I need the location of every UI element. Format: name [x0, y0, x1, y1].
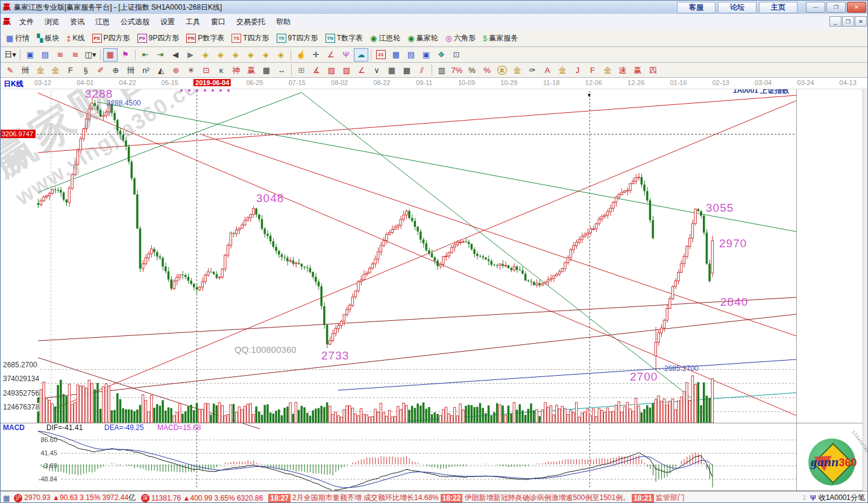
- menu-item-3[interactable]: 江恩: [90, 17, 115, 27]
- kline-chart-button[interactable]: ‡K线: [63, 32, 87, 45]
- percent-line-tool-button[interactable]: %: [480, 63, 494, 77]
- speed-angle-tool-button[interactable]: 速: [615, 63, 630, 77]
- jump-first-button-button[interactable]: ⇤: [138, 48, 153, 62]
- winner-service-button[interactable]: $赢家服务: [480, 32, 521, 45]
- percent-tool-button[interactable]: %: [465, 63, 479, 77]
- menu-item-8[interactable]: 交易委托: [231, 17, 271, 27]
- note-pad-tool-button[interactable]: ▤: [38, 48, 52, 62]
- hexagon-chart-button[interactable]: ◎六角形: [442, 32, 479, 45]
- mdi-restore-button[interactable]: ❐: [842, 16, 854, 27]
- menu-item-0[interactable]: 文件: [14, 17, 39, 27]
- news-item-0[interactable]: 18:272月全国期市量额齐增 成交额环比增长14.68%: [266, 493, 438, 503]
- gold-line-tool-button[interactable]: 金: [510, 63, 524, 77]
- f-grid-tool-button[interactable]: F: [63, 63, 78, 77]
- 9p-square-button[interactable]: P99P四方形: [134, 32, 183, 45]
- n2-grid-tool-button[interactable]: n²: [139, 63, 153, 77]
- right-scrollbar[interactable]: [863, 78, 867, 491]
- sector-blocks-button[interactable]: ▚板块: [34, 32, 62, 45]
- mdi-minimize-button[interactable]: _: [829, 16, 841, 27]
- pattern-grid-tool-button[interactable]: ▦: [103, 48, 118, 62]
- gann-wheel-button[interactable]: ◉江恩轮: [367, 32, 403, 45]
- f-angle-tool-button[interactable]: F: [585, 63, 600, 77]
- network-tool-button[interactable]: ❖: [434, 48, 448, 62]
- slant-lines-tool-button[interactable]: ⫽: [415, 63, 429, 77]
- diamond-right-tool-button[interactable]: ◈: [213, 48, 228, 62]
- calendar-tool-button[interactable]: 21: [374, 48, 388, 62]
- news-item-1[interactable]: 18:22伊朗新增新冠肺炎确诊病例激增逾500例至1501例。: [439, 493, 630, 503]
- gold-grid-1-button[interactable]: 金: [33, 63, 48, 77]
- a-ruler-tool-button[interactable]: ◭: [154, 63, 168, 77]
- jump-last-button-button[interactable]: ⇥: [153, 48, 168, 62]
- gold-grid-2-button[interactable]: 金: [48, 63, 63, 77]
- diamond-left-tool-button[interactable]: ◈: [198, 48, 213, 62]
- comb-grid-tool-button[interactable]: 卌: [18, 63, 33, 77]
- winner-wheel-button[interactable]: ◉赢家轮: [404, 32, 441, 45]
- menu-item-2[interactable]: 资讯: [64, 17, 90, 27]
- marker-dropdown-button[interactable]: ◫▾: [83, 48, 98, 62]
- spiral-tool-button[interactable]: §: [78, 63, 93, 77]
- k-angle-tool-button[interactable]: ĸ: [214, 63, 228, 77]
- quote-grid-icon[interactable]: ▦: [3, 494, 10, 502]
- market-quotes-button[interactable]: ▦行情: [3, 32, 33, 45]
- flag-marker-tool-button[interactable]: ⚑: [118, 48, 133, 62]
- minimize-button[interactable]: —: [806, 2, 825, 13]
- god-grid-tool-button[interactable]: 神: [229, 63, 244, 77]
- diamond-vcompress-tool-button[interactable]: ◈: [274, 48, 288, 62]
- diamond-hexpand-tool-button[interactable]: ◈: [228, 48, 243, 62]
- square-star-tool-button[interactable]: ⊡: [199, 63, 213, 77]
- circle-grid-tool-button[interactable]: ⊕: [108, 63, 123, 77]
- forum-link[interactable]: 论坛: [718, 2, 756, 13]
- menu-item-7[interactable]: 窗口: [206, 17, 231, 27]
- t-square-button[interactable]: TST四方形: [228, 32, 272, 45]
- target-circle-tool-button[interactable]: ⊛: [169, 63, 183, 77]
- menu-item-9[interactable]: 帮助: [271, 17, 296, 27]
- angle-tool-button[interactable]: ∠: [324, 48, 338, 62]
- j-angle-tool-button[interactable]: J: [570, 63, 585, 77]
- home-link[interactable]: 主页: [759, 2, 797, 13]
- restore-button[interactable]: ❐: [826, 2, 846, 13]
- mdi-close-button[interactable]: ✕: [855, 16, 867, 27]
- wave-9-tool-button[interactable]: ≋: [68, 48, 83, 62]
- wave-3-tool-button[interactable]: ≋: [53, 48, 68, 62]
- diamond-hcompress-tool-button[interactable]: ◈: [244, 48, 258, 62]
- percent-7-tool-button[interactable]: 7%: [450, 63, 464, 77]
- gold-circle-tool-button[interactable]: 金: [495, 63, 509, 77]
- printer-tool-button[interactable]: ⊡: [449, 48, 464, 62]
- period-daily-button[interactable]: 日▾: [3, 48, 17, 62]
- dense-grid-1-button[interactable]: ▦: [385, 63, 399, 77]
- winner-grid-tool-button[interactable]: 赢: [244, 63, 259, 77]
- 9t-square-button[interactable]: T99T四方形: [274, 32, 321, 45]
- close-button[interactable]: ✕: [847, 2, 866, 13]
- gold-box-tool-button[interactable]: 金: [555, 63, 570, 77]
- gann-marker-tool-button[interactable]: Ψ: [339, 48, 353, 62]
- four-angle-tool-button[interactable]: 四: [646, 63, 660, 77]
- crosshair-tool-button[interactable]: ✛: [309, 48, 323, 62]
- news-item-2[interactable]: 18:21监管部门: [630, 493, 685, 503]
- win-angle-tool-button[interactable]: 赢: [631, 63, 645, 77]
- gann-frame-tool-button[interactable]: ⊞: [294, 63, 309, 77]
- red-grid-2-button[interactable]: ▧: [339, 63, 354, 77]
- hand-tool-button[interactable]: ☝: [294, 48, 308, 62]
- brain-tool-button[interactable]: ☁: [354, 48, 368, 62]
- dense-grid-2-button[interactable]: ▩: [400, 63, 414, 77]
- calculator-tool-button[interactable]: ▦: [389, 48, 403, 62]
- red-grid-1-button[interactable]: ▨: [324, 63, 339, 77]
- p-number-table-button[interactable]: PNP数字表: [183, 32, 227, 45]
- star-burst-tool-button[interactable]: ✳: [184, 63, 198, 77]
- menu-item-1[interactable]: 浏览: [39, 17, 64, 27]
- number-grid-tool-button[interactable]: ▦: [259, 63, 274, 77]
- ink-brush-tool-button[interactable]: ✑: [525, 63, 539, 77]
- fan-lines-tool-button[interactable]: ∡: [309, 63, 324, 77]
- v-lines-tool-button[interactable]: ∨: [370, 63, 384, 77]
- menu-item-4[interactable]: 公式选股: [115, 17, 155, 27]
- step-back-button-button[interactable]: ◀: [168, 48, 183, 62]
- diamond-vexpand-tool-button[interactable]: ◈: [259, 48, 273, 62]
- step-forward-button-button[interactable]: ▶: [183, 48, 198, 62]
- save-tool-button[interactable]: ▣: [419, 48, 433, 62]
- stats-table-tool-button[interactable]: ▥: [435, 63, 449, 77]
- double-a-tool-button[interactable]: A: [540, 63, 555, 77]
- menu-item-6[interactable]: 工具: [180, 17, 206, 27]
- memo-tool-button[interactable]: ▤: [404, 48, 418, 62]
- zoom-box-tool-button[interactable]: ▣: [23, 48, 37, 62]
- p-square-button[interactable]: PSP四方形: [89, 32, 133, 45]
